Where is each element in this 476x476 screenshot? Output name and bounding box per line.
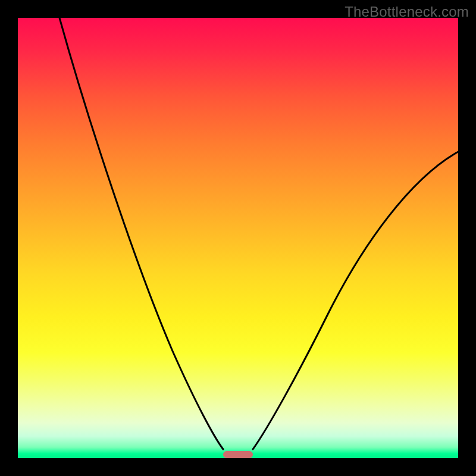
bottleneck-curves	[18, 18, 458, 458]
left-curve	[60, 18, 223, 449]
right-curve	[253, 152, 458, 449]
watermark: TheBottleneck.com	[345, 4, 469, 20]
sweet-spot-marker	[223, 451, 253, 458]
chart-frame: TheBottleneck.com	[0, 0, 476, 476]
plot-area	[18, 18, 458, 458]
